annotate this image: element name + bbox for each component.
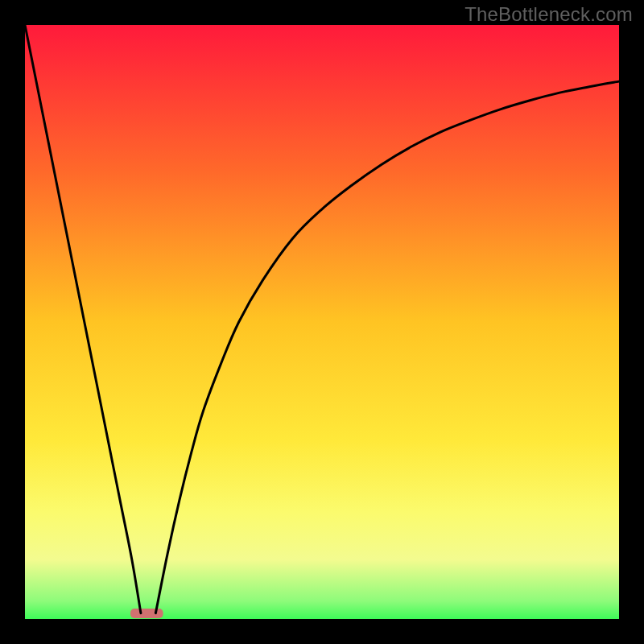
bottleneck-chart (0, 0, 644, 644)
plot-area (25, 25, 619, 619)
watermark-text: TheBottleneck.com (464, 3, 633, 26)
chart-frame: TheBottleneck.com (0, 0, 644, 644)
minimum-marker (130, 609, 163, 618)
